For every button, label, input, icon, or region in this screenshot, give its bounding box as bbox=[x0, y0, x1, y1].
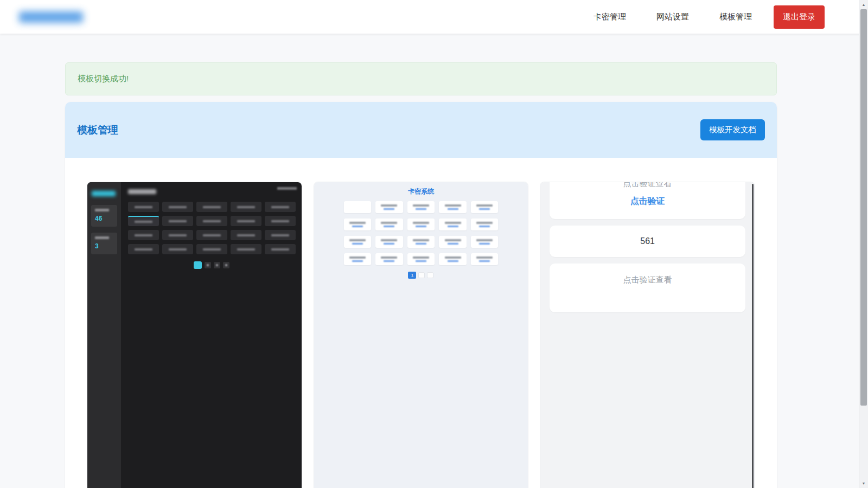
preview-text-blurred bbox=[349, 239, 366, 241]
preview-stat-box: 46 bbox=[91, 205, 117, 227]
preview-grid-card bbox=[407, 219, 435, 230]
preview-page-item bbox=[214, 262, 220, 268]
preview-grid-card bbox=[439, 219, 467, 230]
preview-pagination: 1 bbox=[344, 272, 499, 279]
preview-link-blurred bbox=[448, 226, 458, 228]
preview-page-active: 1 bbox=[408, 272, 416, 279]
nav-item-card-management[interactable]: 卡密管理 bbox=[593, 12, 626, 22]
preview-main-area bbox=[121, 182, 302, 488]
scrollbar-down-arrow[interactable]: ▼ bbox=[859, 479, 868, 488]
preview-grid-button bbox=[162, 244, 193, 254]
preview-link-blurred bbox=[384, 226, 394, 228]
preview-link-blurred bbox=[448, 243, 458, 245]
preview-number-value: 561 bbox=[640, 236, 655, 246]
preview-logo-blurred bbox=[92, 191, 116, 196]
preview-grid-card bbox=[471, 201, 499, 213]
preview-link-blurred bbox=[384, 243, 394, 245]
page-container: 模板切换成功! 模板管理 模板开发文档 46 bbox=[65, 62, 777, 488]
preview-grid-card bbox=[344, 236, 372, 248]
preview-link-blurred bbox=[479, 226, 490, 228]
preview-grid-button bbox=[162, 216, 193, 226]
preview-link-blurred bbox=[384, 208, 394, 210]
scrollbar-up-arrow[interactable]: ▲ bbox=[859, 0, 868, 9]
preview-grid-card bbox=[407, 236, 435, 248]
preview-link-blurred bbox=[352, 243, 363, 245]
preview-grid-card bbox=[439, 253, 467, 265]
nav-item-template-management[interactable]: 模板管理 bbox=[719, 12, 752, 22]
preview-link-blurred bbox=[448, 260, 458, 262]
preview-mobile-card: 点击验证查看 点击验证 bbox=[550, 182, 745, 219]
preview-link-blurred bbox=[416, 226, 426, 228]
preview-text-blurred bbox=[476, 222, 493, 224]
preview-page-item bbox=[418, 272, 425, 278]
preview-text-blurred bbox=[349, 256, 366, 259]
preview-grid-button bbox=[196, 216, 227, 226]
preview-text-blurred bbox=[445, 222, 461, 224]
preview-verify-link: 点击验证 bbox=[630, 196, 665, 207]
preview-grid-button bbox=[265, 244, 296, 254]
preview-link-blurred bbox=[352, 260, 363, 262]
top-navbar: 卡密管理 网站设置 模板管理 退出登录 bbox=[0, 0, 868, 34]
preview-grid-card bbox=[407, 201, 435, 213]
preview-grid-card bbox=[375, 253, 403, 265]
preview-button-grid bbox=[128, 202, 296, 254]
nav-links: 卡密管理 网站设置 模板管理 bbox=[593, 12, 752, 22]
scrollbar-thumb[interactable] bbox=[860, 9, 867, 406]
preview-topbar-text-blurred bbox=[277, 187, 297, 190]
preview-text-blurred bbox=[381, 256, 397, 259]
preview-text-blurred bbox=[445, 204, 461, 207]
template-management-panel: 模板管理 模板开发文档 46 3 bbox=[65, 102, 777, 488]
preview-card-grid bbox=[344, 201, 499, 265]
preview-grid-card bbox=[344, 253, 372, 265]
preview-link-blurred bbox=[416, 243, 426, 245]
preview-text-blurred bbox=[413, 256, 429, 259]
preview-grid-button bbox=[196, 230, 227, 240]
preview-heading-blurred bbox=[128, 189, 156, 194]
preview-link-blurred bbox=[448, 208, 458, 210]
preview-grid-button bbox=[128, 216, 159, 226]
preview-page-item bbox=[223, 262, 229, 268]
preview-text-blurred bbox=[381, 239, 397, 241]
preview-grid-card bbox=[375, 201, 403, 213]
template-docs-button[interactable]: 模板开发文档 bbox=[700, 119, 765, 140]
preview-mobile-card: 561 bbox=[550, 226, 745, 257]
page-scrollbar[interactable]: ▲ ▼ bbox=[859, 0, 868, 488]
preview-grid-button bbox=[265, 216, 296, 226]
template-preview-light-grid: 卡密系统 bbox=[314, 182, 528, 488]
preview-grid-button bbox=[128, 244, 159, 254]
preview-system-title: 卡密系统 bbox=[344, 187, 499, 196]
preview-grid-card bbox=[375, 236, 403, 248]
preview-grid-button bbox=[196, 202, 227, 212]
preview-grid-card bbox=[471, 236, 499, 248]
preview-stat-box: 3 bbox=[91, 233, 117, 254]
preview-text-blurred bbox=[413, 222, 429, 224]
template-card-mobile: 点击验证查看 点击验证 561 点击验证查看 移动端专用模板 专为 bbox=[540, 182, 755, 488]
preview-grid-card bbox=[439, 201, 467, 213]
preview-grid-button bbox=[162, 230, 193, 240]
preview-grid-card bbox=[375, 219, 403, 230]
logout-button[interactable]: 退出登录 bbox=[774, 5, 825, 29]
preview-link-blurred bbox=[416, 260, 426, 262]
app-logo-blurred[interactable] bbox=[19, 11, 83, 23]
preview-pagination bbox=[128, 261, 296, 269]
preview-text-blurred bbox=[381, 204, 397, 207]
preview-grid-button bbox=[128, 202, 159, 212]
preview-grid-card bbox=[344, 219, 372, 230]
preview-verify-hint: 点击验证查看 bbox=[623, 275, 672, 285]
preview-grid-card bbox=[344, 201, 372, 213]
preview-text-blurred bbox=[381, 222, 397, 224]
preview-text-blurred bbox=[413, 204, 429, 207]
preview-stat-value: 46 bbox=[95, 215, 113, 222]
preview-text-blurred bbox=[476, 204, 493, 207]
preview-grid-button bbox=[265, 202, 296, 212]
preview-stat-value: 3 bbox=[95, 242, 113, 250]
nav-item-site-settings[interactable]: 网站设置 bbox=[656, 12, 689, 22]
preview-text-blurred bbox=[413, 239, 429, 241]
preview-page-item bbox=[205, 262, 211, 268]
preview-grid-card bbox=[439, 236, 467, 248]
preview-page-item bbox=[427, 272, 433, 278]
preview-page-active bbox=[194, 261, 202, 269]
preview-stat-label-blurred bbox=[95, 209, 109, 211]
preview-text-blurred bbox=[445, 256, 461, 259]
template-card-grid: 46 3 bbox=[65, 158, 777, 488]
